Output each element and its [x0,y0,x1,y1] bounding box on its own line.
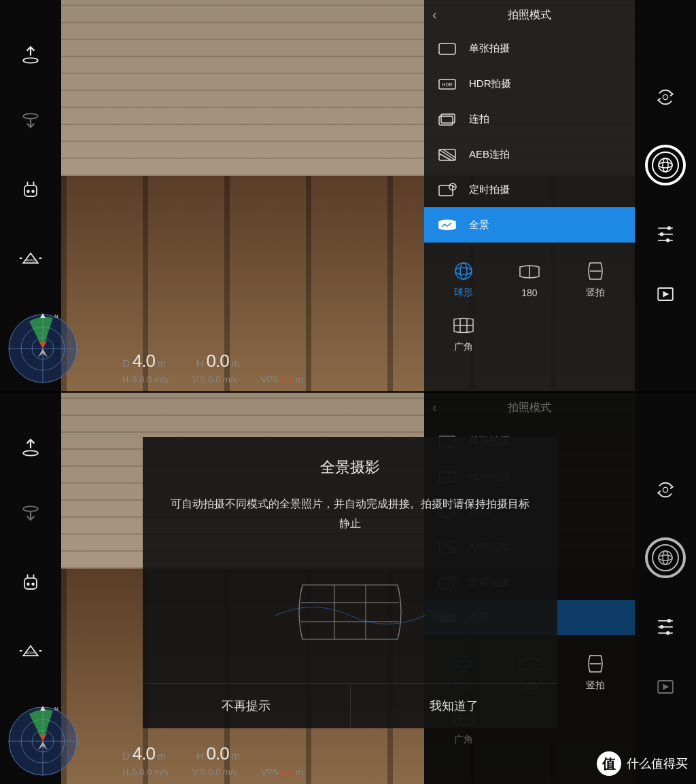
settings-icon[interactable] [652,219,679,247]
settings-icon[interactable] [652,612,679,639]
watermark-text: 什么值得买 [627,755,688,772]
photo-mode-menu: ‹ 拍照模式 单张拍摄 HDRHDR拍摄 连拍 AEB连拍 定时拍摄 全景 球形… [424,0,635,391]
svg-point-37 [659,162,672,168]
takeoff-icon[interactable] [17,433,44,461]
svg-point-28 [455,268,472,274]
svg-point-79 [659,551,672,565]
telemetry-distance: D 4.0 m [122,351,166,372]
svg-point-44 [666,238,669,242]
menu-header: ‹ 拍照模式 [424,0,635,31]
right-toolbar [635,393,696,784]
svg-text:APAS: APAS [26,651,35,655]
svg-point-87 [666,631,669,635]
svg-point-27 [455,263,472,279]
mode-single[interactable]: 单张拍摄 [424,31,635,66]
got-it-button[interactable]: 我知道了 [351,684,558,728]
telemetry-height: H 0.0 m [196,351,240,372]
back-icon[interactable]: ‹ [432,7,437,22]
telemetry-hs: H.S 0.0 m/s [122,374,169,385]
apas-icon[interactable]: APAS [17,245,44,272]
dialog-illustration [170,561,530,663]
takeoff-icon[interactable] [17,41,44,68]
svg-text:N: N [54,313,58,319]
camera-switch-icon[interactable] [652,476,679,503]
return-home-icon[interactable] [17,109,44,136]
svg-point-49 [27,583,30,586]
svg-text:HDR: HDR [442,82,452,87]
svg-rect-2 [24,185,37,196]
mode-aeb[interactable]: AEB连拍 [424,137,635,172]
panorama-info-dialog: 全景摄影 可自动拍摄不同模式的全景照片，并自动完成拼接。拍摄时请保持拍摄目标静止… [143,437,557,728]
dialog-title: 全景摄影 [170,457,530,478]
pano-sphere[interactable]: 球形 [431,253,497,307]
return-home-icon[interactable] [17,501,44,529]
mode-timed[interactable]: 定时拍摄 [424,172,635,207]
menu-title: 拍照模式 [508,8,551,22]
svg-point-78 [663,487,667,492]
pano-vertical[interactable]: 竖拍 [562,253,628,307]
playback-icon[interactable] [652,281,679,308]
playback-icon[interactable] [652,673,679,700]
svg-point-38 [663,158,668,172]
pano-wide[interactable]: 广角 [431,307,497,361]
smart-mode-icon[interactable] [17,177,44,204]
svg-point-1 [23,113,38,118]
svg-point-42 [660,232,663,236]
smart-mode-icon[interactable] [17,569,44,596]
dialog-body: 可自动拍摄不同模式的全景照片，并自动完成拼接。拍摄时请保持拍摄目标静止 [170,495,530,534]
svg-point-3 [27,190,30,194]
svg-point-35 [663,94,667,99]
shutter-button[interactable] [645,537,686,578]
svg-rect-48 [24,578,37,589]
apas-icon[interactable]: APAS [17,637,44,664]
telemetry-vps: VPS 0.1 m [261,374,303,385]
svg-point-83 [667,619,671,622]
shutter-button[interactable] [645,145,686,185]
svg-point-81 [663,551,668,565]
watermark: 值 什么值得买 [597,751,688,776]
screen-bottom: APAS N D4.0m H0.0m H.S 0.0 m/s V.S 0.0 m… [0,393,696,784]
svg-point-36 [659,158,672,172]
panorama-subgrid: 球形 180 竖拍 广角 [424,243,635,372]
screen-top: APAS N D 4.0 m H 0 [0,0,696,391]
svg-point-0 [23,58,38,63]
dont-show-again-button[interactable]: 不再提示 [143,684,351,728]
telemetry-vs: V.S 0.0 m/s [192,374,237,385]
mode-burst[interactable]: 连拍 [424,101,635,137]
right-toolbar [635,0,696,391]
dialog-buttons: 不再提示 我知道了 [143,683,557,728]
svg-point-29 [460,263,467,279]
mode-panorama[interactable]: 全景 [424,207,635,243]
watermark-badge-icon: 值 [597,751,621,776]
svg-point-46 [23,450,38,455]
svg-text:N: N [54,706,58,712]
svg-point-4 [31,190,35,194]
svg-point-40 [667,226,671,230]
mode-hdr[interactable]: HDRHDR拍摄 [424,66,635,101]
pano-180[interactable]: 180 [497,253,563,307]
svg-point-85 [660,625,663,628]
svg-text:APAS: APAS [26,258,35,262]
svg-point-47 [23,506,38,511]
camera-switch-icon[interactable] [652,84,679,111]
svg-rect-14 [439,43,455,54]
svg-point-50 [31,583,35,586]
svg-point-80 [659,555,672,560]
svg-rect-23 [439,185,453,196]
